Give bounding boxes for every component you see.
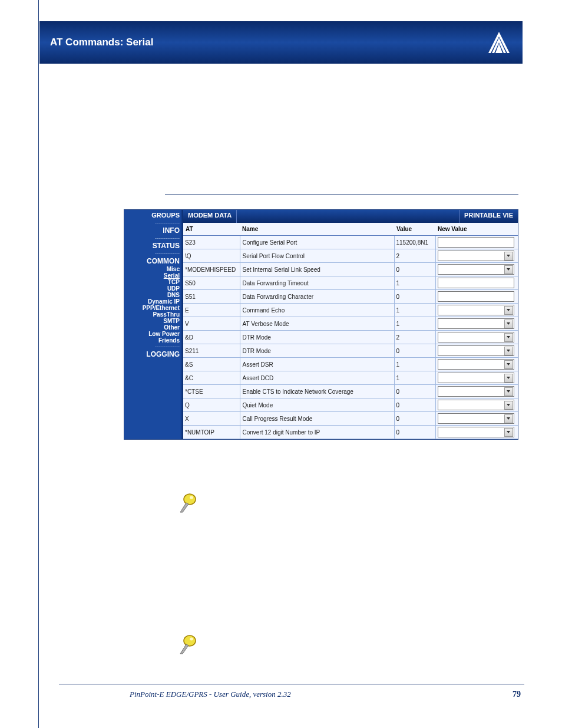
cell-at: *NUMTOIP [183,426,240,439]
table-row: S50Data Forwarding Timeout1 [183,276,518,290]
cell-new-value [435,398,518,412]
page-header: AT Commands: Serial [39,21,523,64]
cell-at: Q [183,398,240,412]
sidebar: GROUPS -------------- INFO -------------… [124,210,183,439]
cell-value: 115200,8N1 [394,236,435,249]
cell-name: AT Verbose Mode [240,317,394,331]
sidebar-sub-passthru[interactable]: PassThru [124,311,183,318]
sidebar-sub-dynamic-ip[interactable]: Dynamic IP [124,298,183,305]
cell-name: Configure Serial Port [240,236,394,249]
modem-config-panel: GROUPS -------------- INFO -------------… [124,209,518,440]
cell-value: 1 [394,358,435,371]
company-logo-icon [486,31,512,54]
sidebar-item-status[interactable]: STATUS [124,241,183,251]
cell-name: DTR Mode [240,331,394,344]
table-row: XCall Progress Result Mode0 [183,412,518,426]
sidebar-sub-low-power[interactable]: Low Power [124,331,183,337]
chevron-down-icon [504,414,513,423]
cell-at: &S [183,358,240,371]
new-value-input[interactable] [438,278,514,288]
cell-name: Set Internal Serial Link Speed [240,263,394,276]
page-title: AT Commands: Serial [50,37,153,48]
cell-name: DTR Mode [240,344,394,358]
table-row: &SAssert DSR1 [183,358,518,371]
cell-value: 0 [394,263,435,276]
cell-new-value [435,249,518,263]
cell-new-value [435,344,518,358]
sidebar-sub-serial[interactable]: Serial [124,272,183,279]
sidebar-item-info[interactable]: INFO [124,226,183,235]
sidebar-sub-udp[interactable]: UDP [124,285,183,292]
sidebar-sub-ppp-ethernet[interactable]: PPP/Ethernet [124,305,183,311]
new-value-select[interactable] [438,373,514,383]
cell-at: S23 [183,236,240,249]
new-value-select[interactable] [438,427,514,437]
svg-point-3 [190,638,193,641]
sidebar-item-logging[interactable]: LOGGING [124,350,183,359]
table-row: &DDTR Mode2 [183,331,518,344]
svg-point-0 [184,494,196,505]
table-row: ECommand Echo1 [183,304,518,317]
cell-value: 0 [394,344,435,358]
chevron-down-icon [504,360,513,369]
new-value-select[interactable] [438,345,514,356]
cell-name: Data Forwarding Character [240,290,394,304]
cell-new-value [435,304,518,317]
cell-at: *CTSE [183,385,240,398]
chevron-down-icon [504,333,513,342]
cell-value: 0 [394,385,435,398]
sidebar-sub-smtp[interactable]: SMTP [124,318,183,324]
sidebar-sub-tcp[interactable]: TCP [124,279,183,285]
chevron-down-icon [504,252,513,261]
new-value-select[interactable] [438,359,514,370]
cell-at: X [183,412,240,426]
chevron-down-icon [504,374,513,383]
cell-name: Convert 12 digit Number to IP [240,426,394,439]
at-commands-table: AT Name Value New Value S23Configure Ser… [183,223,518,439]
table-row: S51Data Forwarding Character0 [183,290,518,304]
chevron-down-icon [504,428,513,437]
cell-name: Serial Port Flow Control [240,249,394,263]
cell-at: S51 [183,290,240,304]
sidebar-groups-heading: GROUPS [124,210,183,220]
tab-modem-data[interactable]: MODEM DATA [183,210,237,223]
table-row: &CAssert DCD1 [183,371,518,385]
new-value-select[interactable] [438,413,514,424]
cell-new-value [435,276,518,290]
cell-new-value [435,426,518,439]
cell-new-value [435,331,518,344]
cell-value: 0 [394,398,435,412]
new-value-select[interactable] [438,386,514,397]
cell-value: 1 [394,317,435,331]
tab-printable-view[interactable]: PRINTABLE VIE [459,210,518,223]
table-row: S211DTR Mode0 [183,344,518,358]
cell-name: Data Forwarding Timeout [240,276,394,290]
new-value-input[interactable] [438,237,514,248]
cell-at: *MODEMHISPEED [183,263,240,276]
col-header-name: Name [240,223,394,236]
col-header-at: AT [183,223,240,236]
new-value-input[interactable] [438,291,514,302]
sidebar-sub-dns[interactable]: DNS [124,292,183,298]
cell-at: &D [183,331,240,344]
sidebar-sub-misc[interactable]: Misc [124,266,183,272]
cell-at: S50 [183,276,240,290]
pushpin-icon [177,492,200,516]
sidebar-sub-other[interactable]: Other [124,324,183,331]
new-value-select[interactable] [438,264,514,275]
table-row: S23Configure Serial Port115200,8N1 [183,236,518,249]
table-row: VAT Verbose Mode1 [183,317,518,331]
new-value-select[interactable] [438,318,514,329]
new-value-select[interactable] [438,305,514,315]
new-value-select[interactable] [438,251,514,261]
sidebar-item-common[interactable]: COMMON [124,256,183,266]
cell-value: 0 [394,412,435,426]
cell-new-value [435,385,518,398]
cell-new-value [435,358,518,371]
cell-name: Enable CTS to Indicate Network Coverage [240,385,394,398]
col-header-new-value: New Value [435,223,518,236]
new-value-select[interactable] [438,400,514,410]
new-value-select[interactable] [438,332,514,342]
sidebar-sub-friends[interactable]: Friends [124,337,183,344]
chevron-down-icon [504,265,513,274]
